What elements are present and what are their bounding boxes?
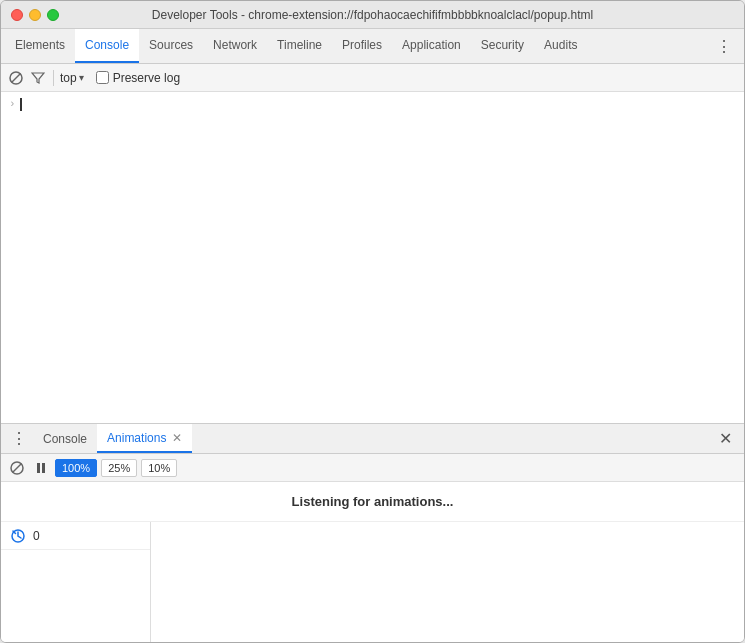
console-main: › ⋮ Console Animations ✕ ✕	[1, 92, 744, 642]
chevron-down-icon: ▾	[79, 72, 84, 83]
bottom-tabbar: ⋮ Console Animations ✕ ✕	[1, 424, 744, 454]
more-options-icon[interactable]: ⋮	[712, 33, 736, 60]
preserve-log-container[interactable]: Preserve log	[96, 71, 180, 85]
tab-console-bottom[interactable]: Console	[33, 424, 97, 453]
toolbar-divider	[53, 70, 54, 86]
speed-10-button[interactable]: 10%	[141, 459, 177, 477]
speed-100-button[interactable]: 100%	[55, 459, 97, 477]
animations-toolbar: 100% 25% 10%	[1, 454, 744, 482]
bottom-panel-menu-icon[interactable]: ⋮	[5, 424, 33, 453]
context-value: top	[60, 71, 77, 85]
svg-line-1	[12, 73, 21, 82]
console-cursor	[20, 98, 22, 111]
close-button[interactable]	[11, 9, 23, 21]
bottom-panel: ⋮ Console Animations ✕ ✕	[1, 423, 744, 642]
speed-25-button[interactable]: 25%	[101, 459, 137, 477]
timeline-header: 0	[1, 522, 150, 550]
minimize-button[interactable]	[29, 9, 41, 21]
svg-rect-4	[37, 463, 40, 473]
titlebar: Developer Tools - chrome-extension://fdp…	[1, 1, 744, 29]
tabbar-right: ⋮	[712, 29, 744, 63]
listening-text: Listening for animations...	[292, 494, 454, 509]
tab-timeline[interactable]: Timeline	[267, 29, 332, 63]
block-animations-icon[interactable]	[7, 458, 27, 478]
pause-icon[interactable]	[31, 458, 51, 478]
timeline-right	[151, 522, 744, 642]
tab-animations[interactable]: Animations ✕	[97, 424, 192, 453]
tab-network[interactable]: Network	[203, 29, 267, 63]
listening-area: Listening for animations...	[1, 482, 744, 522]
close-tab-icon[interactable]: ✕	[172, 432, 182, 444]
main-tabbar: Elements Console Sources Network Timelin…	[1, 29, 744, 64]
svg-line-3	[13, 463, 22, 472]
tab-security[interactable]: Security	[471, 29, 534, 63]
tab-console[interactable]: Console	[75, 29, 139, 63]
console-prompt[interactable]: ›	[9, 98, 16, 110]
tab-profiles[interactable]: Profiles	[332, 29, 392, 63]
bottom-panel-right: ✕	[715, 424, 744, 453]
filter-icon[interactable]	[29, 69, 47, 87]
preserve-log-label: Preserve log	[113, 71, 180, 85]
block-icon[interactable]	[7, 69, 25, 87]
timeline-count: 0	[33, 529, 40, 543]
tab-audits[interactable]: Audits	[534, 29, 587, 63]
svg-rect-5	[42, 463, 45, 473]
window-title: Developer Tools - chrome-extension://fdp…	[152, 8, 593, 22]
timeline-row: 0	[1, 522, 744, 642]
timeline-left: 0	[1, 522, 151, 642]
tab-application[interactable]: Application	[392, 29, 471, 63]
window-controls	[11, 9, 59, 21]
context-dropdown[interactable]: top ▾	[60, 71, 84, 85]
close-panel-icon[interactable]: ✕	[715, 427, 736, 450]
console-line: ›	[5, 96, 740, 113]
console-output[interactable]: ›	[1, 92, 744, 423]
console-toolbar: top ▾ Preserve log	[1, 64, 744, 92]
replay-icon[interactable]	[9, 527, 27, 545]
tab-sources[interactable]: Sources	[139, 29, 203, 63]
preserve-log-checkbox[interactable]	[96, 71, 109, 84]
maximize-button[interactable]	[47, 9, 59, 21]
tab-elements[interactable]: Elements	[5, 29, 75, 63]
